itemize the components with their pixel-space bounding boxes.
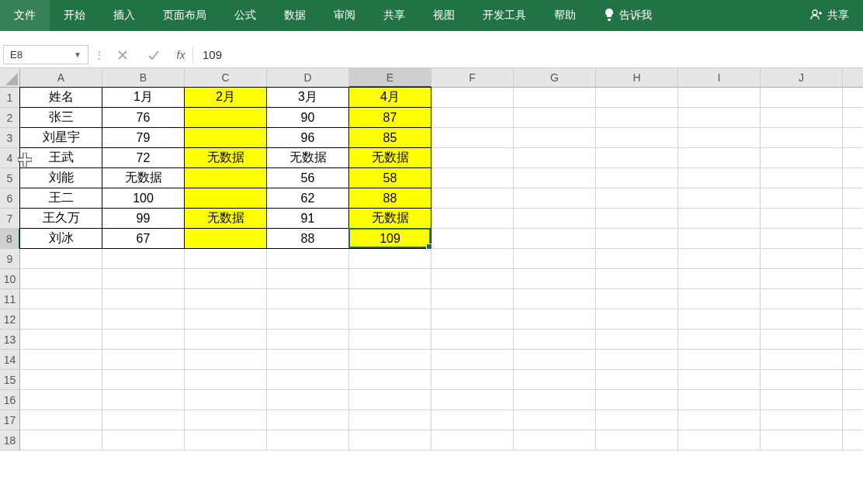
name-box[interactable]: E8 ▼ [3,45,88,64]
cell-J15[interactable] [761,370,843,390]
cell-H4[interactable] [596,148,678,168]
cell-E3[interactable]: 85 [348,127,432,148]
cell-C10[interactable] [185,269,267,289]
cell-B13[interactable] [102,330,185,350]
cell-X14[interactable] [843,350,863,370]
cell-J6[interactable] [761,188,843,209]
cell-A10[interactable] [20,269,102,289]
row-header-17[interactable]: 17 [0,410,20,430]
tab-layout[interactable]: 页面布局 [149,0,220,31]
col-header-E[interactable]: E [349,68,432,88]
cell-H13[interactable] [596,330,678,350]
cell-D8[interactable]: 88 [266,228,349,249]
cell-A7[interactable]: 王久万 [19,208,102,229]
row-header-4[interactable]: 4 [0,148,20,168]
cell-I16[interactable] [678,390,761,410]
row-header-6[interactable]: 6 [0,188,20,209]
cell-J8[interactable] [761,229,843,249]
cell-D1[interactable]: 3月 [266,87,349,108]
cell-G1[interactable] [514,88,596,108]
cell-D7[interactable]: 91 [266,208,349,229]
cell-F13[interactable] [432,330,514,350]
cell-X18[interactable] [843,430,863,450]
cell-H11[interactable] [596,289,678,309]
cell-C9[interactable] [185,249,267,269]
cell-B14[interactable] [102,350,185,370]
cell-F7[interactable] [432,209,514,229]
cell-F16[interactable] [432,390,514,410]
cell-J5[interactable] [761,168,843,188]
cell-E4[interactable]: 无数据 [348,147,432,168]
cell-C8[interactable] [184,228,267,249]
tab-home[interactable]: 开始 [50,0,99,31]
row-header-5[interactable]: 5 [0,168,20,188]
cell-H6[interactable] [596,188,678,209]
cell-F10[interactable] [432,269,514,289]
cell-F17[interactable] [432,410,514,430]
cell-X17[interactable] [843,410,863,430]
cell-D18[interactable] [267,430,349,450]
cell-A18[interactable] [20,430,102,450]
cell-I18[interactable] [678,430,761,450]
cell-X4[interactable] [843,148,863,168]
cell-D16[interactable] [267,390,349,410]
cell-B2[interactable]: 76 [102,107,185,128]
cell-E2[interactable]: 87 [348,107,432,128]
cell-C15[interactable] [185,370,267,390]
cell-X8[interactable] [843,229,863,249]
cell-D9[interactable] [267,249,349,269]
cell-E16[interactable] [349,390,432,410]
cell-C6[interactable] [184,188,267,209]
cell-D12[interactable] [267,309,349,330]
cell-B17[interactable] [102,410,185,430]
cell-G13[interactable] [514,330,596,350]
cell-A13[interactable] [20,330,102,350]
cell-X6[interactable] [843,188,863,209]
cell-F1[interactable] [432,88,514,108]
col-header-D[interactable]: D [267,68,349,88]
cell-A6[interactable]: 王二 [19,188,102,209]
cell-J3[interactable] [761,128,843,148]
cell-E13[interactable] [349,330,432,350]
col-header-B[interactable]: B [102,68,185,88]
cell-J18[interactable] [761,430,843,450]
cell-G9[interactable] [514,249,596,269]
cell-X5[interactable] [843,168,863,188]
cell-X9[interactable] [843,249,863,269]
cell-I10[interactable] [678,269,761,289]
cell-F18[interactable] [432,430,514,450]
col-header-I[interactable]: I [678,68,761,88]
tab-share[interactable]: 共享 [369,0,419,31]
row-header-8[interactable]: 8 [0,229,20,249]
cell-F14[interactable] [432,350,514,370]
cell-X15[interactable] [843,370,863,390]
cell-J12[interactable] [761,309,843,330]
cell-C17[interactable] [185,410,267,430]
cell-A9[interactable] [20,249,102,269]
cell-A4[interactable]: 王武 [19,147,102,168]
cell-I15[interactable] [678,370,761,390]
cell-H3[interactable] [596,128,678,148]
row-header-14[interactable]: 14 [0,350,20,370]
cell-F8[interactable] [432,229,514,249]
cell-J16[interactable] [761,390,843,410]
cell-I11[interactable] [678,289,761,309]
cell-E14[interactable] [349,350,432,370]
cell-C13[interactable] [185,330,267,350]
cell-H16[interactable] [596,390,678,410]
row-header-12[interactable]: 12 [0,309,20,330]
cell-J13[interactable] [761,330,843,350]
cell-I8[interactable] [678,229,761,249]
cell-H17[interactable] [596,410,678,430]
cell-B1[interactable]: 1月 [102,87,185,108]
cell-X2[interactable] [843,108,863,128]
cell-D13[interactable] [267,330,349,350]
cell-A14[interactable] [20,350,102,370]
row-header-9[interactable]: 9 [0,249,20,269]
cell-J14[interactable] [761,350,843,370]
cell-A1[interactable]: 姓名 [19,87,102,108]
cell-H2[interactable] [596,108,678,128]
cell-D15[interactable] [267,370,349,390]
cell-B16[interactable] [102,390,185,410]
cell-B10[interactable] [102,269,185,289]
